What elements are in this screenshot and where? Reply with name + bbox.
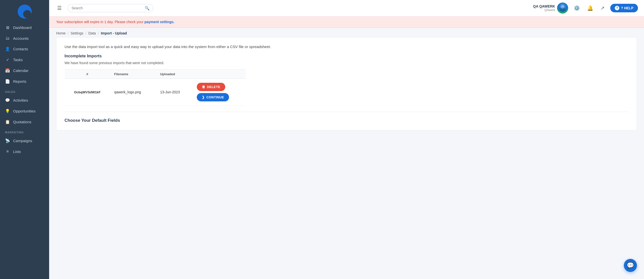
main-area: ☰ 🔍 QA QAWERK QAwerk (49, 0, 644, 279)
sidebar-item-accounts[interactable]: 🗂 Accounts (0, 33, 49, 44)
logo (0, 0, 49, 22)
sidebar-label-calendar: Calendar (13, 68, 28, 73)
sidebar-item-dashboard[interactable]: ⊞ Dashboard (0, 22, 49, 33)
row-uploaded: 13-Jun-2023 (156, 79, 193, 106)
dashboard-icon: ⊞ (5, 25, 10, 30)
sales-section-label: SALES (0, 87, 49, 95)
help-icon: ? (615, 6, 619, 10)
chat-bubble-button[interactable]: 💬 (624, 259, 637, 272)
sidebar-label-lists: Lists (13, 149, 21, 154)
sidebar-label-accounts: Accounts (13, 36, 29, 41)
quotations-icon: 📋 (5, 119, 10, 124)
sidebar-item-campaigns[interactable]: 📡 Campaigns (0, 135, 49, 146)
header: ☰ 🔍 QA QAWERK QAwerk (49, 0, 644, 16)
help-button[interactable]: ? ? HELP (610, 4, 638, 12)
sidebar-label-tasks: Tasks (13, 58, 23, 62)
col-header-filename: Filename (110, 70, 156, 79)
alert-banner: Your subscription will expire in 1 day. … (49, 16, 644, 28)
incomplete-imports-title: Incomplete Imports (65, 54, 629, 58)
content-area: Your subscription will expire in 1 day. … (49, 16, 644, 279)
settings-button[interactable]: ⚙️ (572, 4, 582, 13)
continue-button[interactable]: ❯ CONTINUE (197, 93, 229, 101)
sidebar-item-tasks[interactable]: ✓ Tasks (0, 54, 49, 65)
sidebar-label-dashboard: Dashboard (13, 25, 31, 30)
breadcrumb-home[interactable]: Home (56, 31, 66, 35)
sidebar-item-reports[interactable]: 📄 Reports (0, 76, 49, 87)
breadcrumb: Home / Settings / Data / Import - Upload (49, 28, 644, 37)
contacts-icon: 👤 (5, 47, 10, 51)
col-header-num: # (65, 70, 110, 79)
row-filename: qawerk_logo.png (110, 79, 156, 106)
notifications-button[interactable]: 🔔 (586, 4, 595, 13)
opportunities-icon: 💡 (5, 109, 10, 113)
logo-icon (18, 5, 32, 19)
sidebar: ⊞ Dashboard 🗂 Accounts 👤 Contacts ✓ Task… (0, 0, 49, 279)
breadcrumb-sep-3: / (98, 31, 99, 35)
search-input[interactable] (72, 6, 145, 10)
imports-table: # Filename Uploaded OcbqWVSdW1kF qawerk_… (65, 69, 246, 106)
sidebar-label-contacts: Contacts (13, 47, 28, 51)
breadcrumb-data[interactable]: Data (88, 31, 96, 35)
incomplete-imports-sub: We have found some previous imports that… (65, 61, 629, 65)
search-icon: 🔍 (145, 6, 150, 11)
sidebar-label-quotations: Quotations (13, 120, 31, 124)
activities-icon: 💬 (5, 98, 10, 103)
sidebar-label-activities: Activities (13, 98, 28, 102)
sidebar-item-quotations[interactable]: 📋 Quotations (0, 116, 49, 127)
row-id: OcbqWVSdW1kF (65, 79, 110, 106)
page-card: Use the data import tool as a quick and … (56, 37, 637, 130)
alert-text-before: Your subscription will expire in 1 day. … (56, 20, 144, 24)
chat-icon: 💬 (627, 262, 634, 269)
sidebar-label-reports: Reports (13, 79, 26, 84)
avatar[interactable] (557, 3, 568, 14)
sidebar-item-calendar[interactable]: 📅 Calendar (0, 65, 49, 76)
row-actions: 🗑 DELETE ❯ CONTINUE (193, 79, 246, 106)
sidebar-label-campaigns: Campaigns (13, 139, 32, 143)
hamburger-button[interactable]: ☰ (55, 4, 64, 12)
breadcrumb-settings[interactable]: Settings (71, 31, 83, 35)
section-divider (65, 112, 629, 112)
user-info: QA QAWERK QAwerk (533, 3, 568, 14)
campaigns-icon: 📡 (5, 138, 10, 143)
accounts-icon: 🗂 (5, 36, 10, 41)
share-button[interactable]: ↗ (599, 4, 606, 13)
calendar-icon: 📅 (5, 68, 10, 73)
help-label: ? HELP (621, 6, 633, 10)
breadcrumb-current: Import - Upload (101, 31, 127, 35)
col-header-uploaded: Uploaded (156, 70, 193, 79)
svg-point-2 (561, 5, 564, 9)
breadcrumb-sep-2: / (85, 31, 86, 35)
chevron-right-icon: ❯ (202, 95, 205, 99)
delete-label: DELETE (207, 85, 220, 89)
choose-fields-title: Choose Your Default Fields (65, 118, 629, 123)
user-subtitle: QAwerk (533, 8, 555, 12)
sidebar-item-activities[interactable]: 💬 Activities (0, 95, 49, 106)
trash-icon: 🗑 (202, 85, 205, 89)
search-bar: 🔍 (68, 4, 153, 12)
page-description: Use the data import tool as a quick and … (65, 45, 629, 49)
sidebar-item-lists[interactable]: ≡ Lists (0, 146, 49, 157)
delete-button[interactable]: 🗑 DELETE (197, 83, 225, 91)
table-row: OcbqWVSdW1kF qawerk_logo.png 13-Jun-2023… (65, 79, 246, 106)
payment-settings-link[interactable]: payment settings. (144, 20, 174, 24)
reports-icon: 📄 (5, 79, 10, 84)
breadcrumb-sep-1: / (68, 31, 69, 35)
user-name: QA QAWERK (533, 4, 555, 8)
sidebar-item-contacts[interactable]: 👤 Contacts (0, 44, 49, 54)
tasks-icon: ✓ (5, 57, 10, 62)
sidebar-label-opportunities: Opportunities (13, 109, 36, 113)
col-header-actions (193, 70, 246, 79)
continue-label: CONTINUE (206, 95, 224, 99)
lists-icon: ≡ (5, 149, 10, 154)
sidebar-item-opportunities[interactable]: 💡 Opportunities (0, 106, 49, 116)
marketing-section-label: MARKETING (0, 127, 49, 135)
